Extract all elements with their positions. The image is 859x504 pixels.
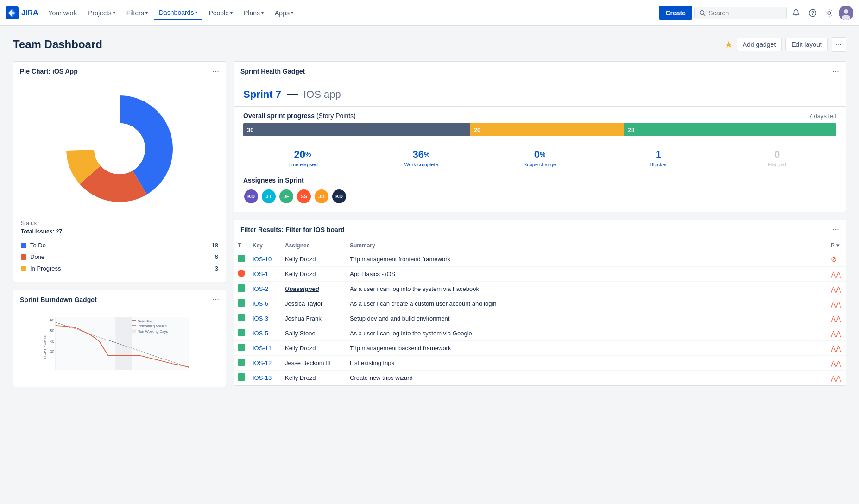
help-button[interactable]: ? xyxy=(805,6,820,20)
settings-button[interactable] xyxy=(822,6,837,20)
table-row: IOS-13 Kelly Drozd Create new trips wiza… xyxy=(234,371,846,385)
svg-text:Non-Working Days: Non-Working Days xyxy=(138,329,168,334)
pie-chart-header: Pie Chart: iOS App ··· xyxy=(13,62,226,81)
svg-point-5 xyxy=(828,12,831,14)
create-button[interactable]: Create xyxy=(659,6,692,20)
sprint-progress-bar: 30 20 28 xyxy=(243,123,836,136)
row-type xyxy=(234,252,249,267)
filter-results-more-button[interactable]: ··· xyxy=(832,225,839,234)
row-type xyxy=(234,341,249,356)
row-key: IOS-3 xyxy=(249,311,281,326)
sprint-dash xyxy=(287,94,298,95)
todo-color xyxy=(21,243,26,248)
inprogress-color xyxy=(21,266,26,271)
svg-rect-21 xyxy=(132,320,136,321)
sprint-health-title: Sprint Health Gadget xyxy=(240,68,305,75)
dashboards-chevron: ▾ xyxy=(195,10,197,15)
issue-key-link[interactable]: IOS-10 xyxy=(253,256,272,263)
assignee-avatar-2[interactable]: JT xyxy=(261,189,277,204)
pie-chart-visual xyxy=(13,81,226,216)
row-type xyxy=(234,267,249,282)
svg-text:40: 40 xyxy=(50,339,55,344)
story-icon xyxy=(238,299,245,307)
search-input[interactable] xyxy=(708,9,773,17)
issue-key-link[interactable]: IOS-3 xyxy=(253,315,268,322)
nav-apps[interactable]: Apps ▾ xyxy=(270,6,298,19)
favorite-button[interactable]: ★ xyxy=(725,39,733,50)
metric-work-complete: 36% Work complete xyxy=(362,149,480,167)
nav-projects[interactable]: Projects ▾ xyxy=(83,6,120,19)
assignee-avatar-1[interactable]: KD xyxy=(243,189,259,204)
sprint-days-left: 7 days left xyxy=(809,113,836,120)
issue-key-link[interactable]: IOS-12 xyxy=(253,359,272,366)
notifications-button[interactable] xyxy=(789,6,803,20)
apps-chevron: ▾ xyxy=(291,10,293,15)
story-icon xyxy=(238,284,245,292)
row-type xyxy=(234,282,249,296)
issue-key-link[interactable]: IOS-13 xyxy=(253,374,272,381)
nav-filters[interactable]: Filters ▾ xyxy=(122,6,152,19)
issue-key-link[interactable]: IOS-11 xyxy=(253,345,272,352)
row-summary: Trip management backend framework xyxy=(346,341,827,356)
issue-key-link[interactable]: IOS-1 xyxy=(253,271,268,277)
edit-layout-button[interactable]: Edit layout xyxy=(785,38,827,51)
pie-chart-gadget: Pie Chart: iOS App ··· xyxy=(13,61,226,282)
assignee-avatar-5[interactable]: JB xyxy=(314,189,329,204)
nav-dashboards[interactable]: Dashboards ▾ xyxy=(154,6,202,20)
issue-key-link[interactable]: IOS-2 xyxy=(253,285,268,292)
row-assignee: Jessica Taylor xyxy=(281,296,346,311)
svg-point-1 xyxy=(700,10,704,14)
left-column: Pie Chart: iOS App ··· xyxy=(13,61,226,387)
sprint-title-row: Sprint 7 IOS app xyxy=(234,81,846,107)
row-assignee: Unassigned xyxy=(281,282,346,296)
story-icon xyxy=(238,255,245,262)
issue-key-link[interactable]: IOS-5 xyxy=(253,330,268,337)
col-priority[interactable]: P ▾ xyxy=(827,239,846,252)
story-icon xyxy=(238,314,245,321)
search-icon xyxy=(699,10,706,16)
page-content: Team Dashboard ★ Add gadget Edit layout … xyxy=(0,26,859,398)
add-gadget-button[interactable]: Add gadget xyxy=(737,38,782,51)
legend-todo: To Do 18 xyxy=(21,239,218,251)
row-key: IOS-5 xyxy=(249,326,281,341)
filter-results-table-container: T Key Assignee Summary P ▾ xyxy=(234,239,846,385)
nav-people[interactable]: People ▾ xyxy=(204,6,237,19)
burndown-body: 60 50 40 30 STORY POINTS xyxy=(13,309,226,387)
svg-text:?: ? xyxy=(811,11,814,16)
page-actions: ★ Add gadget Edit layout ··· xyxy=(725,37,846,52)
done-color xyxy=(21,254,26,260)
issue-key-link[interactable]: IOS-6 xyxy=(253,300,268,307)
svg-rect-23 xyxy=(132,325,136,326)
user-avatar[interactable] xyxy=(839,6,853,20)
assignee-avatar-3[interactable]: JF xyxy=(278,189,294,204)
brand-label: JIRA xyxy=(21,9,38,17)
svg-point-7 xyxy=(844,9,848,14)
sprint-progress-label: Overall sprint progress (Story Points) 7… xyxy=(243,112,836,120)
metric-time-elapsed: 20% Time elapsed xyxy=(243,149,362,167)
pie-chart-more-button[interactable]: ··· xyxy=(212,66,219,76)
story-icon xyxy=(238,329,245,336)
row-key: IOS-12 xyxy=(249,356,281,371)
burndown-more-button[interactable]: ··· xyxy=(212,295,219,304)
app-logo[interactable]: JIRA xyxy=(6,6,38,19)
row-priority: ⋀⋀ xyxy=(827,326,846,341)
more-options-button[interactable]: ··· xyxy=(832,37,846,52)
sprint-health-more-button[interactable]: ··· xyxy=(832,66,839,76)
dashboard-grid: Pie Chart: iOS App ··· xyxy=(13,61,846,387)
assignee-avatar-4[interactable]: SS xyxy=(296,189,312,204)
nav-your-work[interactable]: Your work xyxy=(44,6,82,19)
nav-plans[interactable]: Plans ▾ xyxy=(239,6,268,19)
svg-line-2 xyxy=(704,14,706,16)
assignee-avatar-6[interactable]: KD xyxy=(331,189,347,204)
col-summary: Summary xyxy=(346,239,827,252)
search-box[interactable] xyxy=(694,7,787,19)
table-row: IOS-10 Kelly Drozd Trip management front… xyxy=(234,252,846,267)
priority-highest-icon: ⋀⋀ xyxy=(831,300,841,308)
people-chevron: ▾ xyxy=(230,10,233,15)
col-type: T xyxy=(234,239,249,252)
row-priority: ⋀⋀ xyxy=(827,356,846,371)
story-icon xyxy=(238,344,245,351)
pie-chart-title: Pie Chart: iOS App xyxy=(20,68,78,75)
filter-results-header: Filter Results: Filter for IOS board ··· xyxy=(234,220,846,239)
sprint-health-header: Sprint Health Gadget ··· xyxy=(234,62,846,81)
